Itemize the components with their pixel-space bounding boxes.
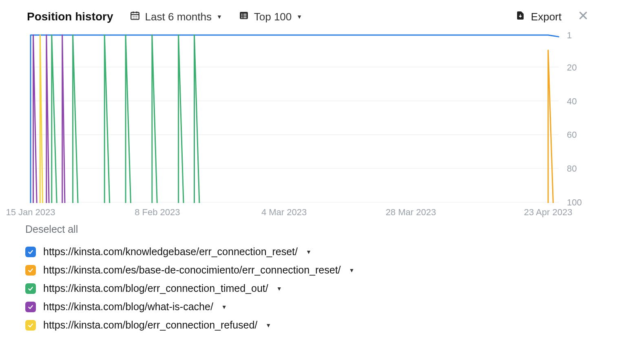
header-bar: Position history Last 6 months ▼ Top 100… <box>0 0 617 28</box>
svg-rect-15 <box>241 17 242 18</box>
chevron-down-icon[interactable]: ▼ <box>221 304 227 310</box>
legend-url: https://kinsta.com/blog/err_connection_r… <box>43 319 257 331</box>
svg-rect-11 <box>241 13 242 14</box>
close-icon <box>578 10 588 23</box>
legend-item[interactable]: https://kinsta.com/blog/what-is-cache/▼ <box>25 298 617 316</box>
legend-item[interactable]: https://kinsta.com/es/base-de-conocimien… <box>25 261 617 279</box>
legend-item[interactable]: https://kinsta.com/knowledgebase/err_con… <box>25 243 617 261</box>
legend-item[interactable]: https://kinsta.com/blog/err_connection_r… <box>25 316 617 334</box>
chevron-down-icon: ▼ <box>217 13 222 20</box>
svg-text:23 Apr 2023: 23 Apr 2023 <box>524 207 573 217</box>
chevron-down-icon[interactable]: ▼ <box>276 285 282 292</box>
svg-rect-14 <box>243 15 247 16</box>
svg-text:40: 40 <box>567 96 577 106</box>
download-icon <box>515 10 525 24</box>
date-range-label: Last 6 months <box>145 11 212 23</box>
svg-text:15 Jan 2023: 15 Jan 2023 <box>6 207 55 217</box>
svg-text:4 Mar 2023: 4 Mar 2023 <box>261 207 307 217</box>
svg-point-6 <box>136 16 137 17</box>
chevron-down-icon[interactable]: ▼ <box>349 267 355 274</box>
close-button[interactable] <box>578 10 588 24</box>
legend-url: https://kinsta.com/knowledgebase/err_con… <box>43 246 298 258</box>
export-button[interactable]: Export <box>515 10 562 24</box>
series-checkbox[interactable] <box>25 302 36 312</box>
svg-text:20: 20 <box>567 62 577 73</box>
list-icon <box>239 10 249 24</box>
svg-text:1: 1 <box>567 31 572 40</box>
calendar-icon <box>130 10 140 24</box>
legend-url: https://kinsta.com/es/base-de-conocimien… <box>43 264 341 276</box>
chart-svg: 12040608010015 Jan 20238 Feb 20234 Mar 2… <box>0 31 617 218</box>
svg-text:60: 60 <box>567 130 577 140</box>
page-title: Position history <box>27 10 113 23</box>
chevron-down-icon[interactable]: ▼ <box>265 322 271 329</box>
legend-url: https://kinsta.com/blog/what-is-cache/ <box>43 301 213 313</box>
series-checkbox[interactable] <box>25 283 36 294</box>
svg-point-8 <box>134 18 135 18</box>
series-checkbox[interactable] <box>25 265 36 276</box>
series-checkbox[interactable] <box>25 247 36 257</box>
date-range-selector[interactable]: Last 6 months ▼ <box>130 10 222 24</box>
legend: Deselect all https://kinsta.com/knowledg… <box>0 218 617 334</box>
legend-url: https://kinsta.com/blog/err_connection_t… <box>43 282 268 294</box>
svg-text:28 Mar 2023: 28 Mar 2023 <box>386 207 436 217</box>
svg-rect-16 <box>243 17 247 18</box>
svg-point-7 <box>133 18 133 18</box>
svg-point-4 <box>133 16 133 17</box>
svg-rect-12 <box>243 13 247 14</box>
series-checkbox[interactable] <box>25 320 36 331</box>
svg-text:100: 100 <box>567 197 582 207</box>
top-label: Top 100 <box>254 11 292 23</box>
svg-point-9 <box>136 18 137 18</box>
chevron-down-icon: ▼ <box>296 13 302 20</box>
svg-rect-13 <box>241 15 242 16</box>
chevron-down-icon[interactable]: ▼ <box>306 249 312 255</box>
svg-text:80: 80 <box>567 163 577 174</box>
export-label: Export <box>531 11 562 23</box>
position-history-chart: 12040608010015 Jan 20238 Feb 20234 Mar 2… <box>0 31 617 218</box>
svg-point-5 <box>134 16 135 17</box>
deselect-all-button[interactable]: Deselect all <box>25 223 617 235</box>
top-selector[interactable]: Top 100 ▼ <box>239 10 302 24</box>
svg-text:8 Feb 2023: 8 Feb 2023 <box>135 207 180 217</box>
legend-item[interactable]: https://kinsta.com/blog/err_connection_t… <box>25 279 617 298</box>
